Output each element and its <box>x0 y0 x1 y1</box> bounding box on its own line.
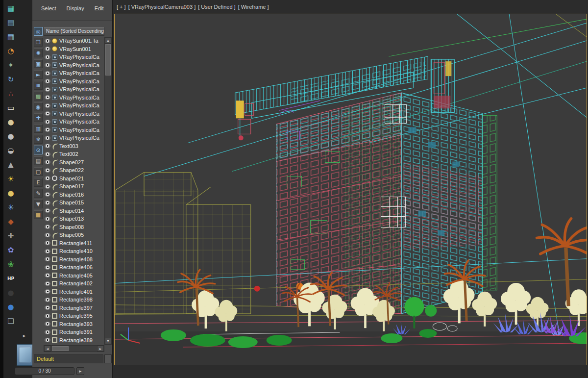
visibility-filter-icon[interactable]: ⊙ <box>34 146 43 154</box>
selection-set-name-field[interactable]: Default <box>34 354 103 363</box>
viewport-menu-pov[interactable]: [ VRayPhysicalCamera003 ] <box>128 4 196 10</box>
horizontal-scrollbar[interactable]: ◄ ► <box>44 345 104 352</box>
scatter-icon[interactable]: ✳ <box>4 200 18 214</box>
list-item[interactable]: Rectangle389 <box>44 336 104 345</box>
list-item[interactable]: Rectangle398 <box>44 296 104 304</box>
gear-icon[interactable]: ✦ <box>4 58 18 72</box>
list-item[interactable]: Rectangle402 <box>44 279 104 288</box>
pen-icon[interactable]: ✎ <box>34 189 43 198</box>
visibility-icon[interactable] <box>45 322 50 326</box>
viewport-menu-shading[interactable]: [ Wireframe ] <box>238 4 269 10</box>
vertical-scrollbar[interactable]: ▲ ▼ <box>104 37 112 345</box>
pin-icon[interactable]: ◆ <box>4 214 18 228</box>
visibility-icon[interactable] <box>45 160 50 164</box>
list-item[interactable]: Rectangle410 <box>44 247 104 255</box>
visibility-icon[interactable] <box>45 71 50 76</box>
visibility-icon[interactable] <box>45 176 50 180</box>
list-item[interactable]: Shape016 <box>44 191 104 199</box>
visibility-icon[interactable] <box>45 330 50 334</box>
list-item[interactable]: VRayPhysicalCa <box>44 110 104 118</box>
rotate-icon[interactable]: ↻ <box>4 72 18 86</box>
viewport-scene[interactable] <box>115 14 587 365</box>
visibility-icon[interactable] <box>45 192 50 197</box>
containers-filter-icon[interactable]: ▥ <box>34 124 43 133</box>
geosphere-icon[interactable]: ● <box>4 186 18 200</box>
visibility-icon[interactable] <box>45 225 50 229</box>
schematic-view-icon[interactable]: ▦ <box>4 1 18 15</box>
grid-page-icon[interactable]: ▤ <box>4 15 18 29</box>
sun-icon[interactable]: ☀ <box>4 172 18 186</box>
list-item[interactable]: Shape021 <box>44 175 104 183</box>
pager-next-button[interactable]: ► <box>76 367 84 375</box>
particles-icon[interactable]: ∴ <box>4 86 18 101</box>
visibility-icon[interactable] <box>45 217 50 221</box>
list-item[interactable]: Shape013 <box>44 215 104 223</box>
visibility-icon[interactable] <box>45 265 50 270</box>
active-tool-button[interactable] <box>17 344 33 366</box>
scroll-right-icon[interactable]: ► <box>97 346 104 352</box>
viewport-canvas[interactable] <box>114 14 587 365</box>
visibility-icon[interactable] <box>45 87 50 92</box>
visibility-icon[interactable] <box>45 39 50 43</box>
list-item[interactable]: Shape022 <box>44 166 104 175</box>
list-item[interactable]: Shape008 <box>44 223 104 231</box>
cameras-filter-icon[interactable]: ▣ <box>34 59 43 68</box>
pointer-filter-icon[interactable]: ► <box>34 70 43 79</box>
document-icon[interactable]: ▤ <box>34 156 43 165</box>
sphere-icon[interactable]: ● <box>4 129 18 143</box>
list-item[interactable]: Shape014 <box>44 207 104 215</box>
list-item[interactable]: VRaySun001.Ta <box>44 37 104 45</box>
visibility-icon[interactable] <box>45 103 50 108</box>
list-item[interactable]: Rectangle408 <box>44 255 104 264</box>
visibility-icon[interactable] <box>45 79 50 83</box>
frozen-filter-icon[interactable]: ❄ <box>34 135 43 144</box>
flyout-arrow-icon[interactable]: ► <box>22 333 26 338</box>
visibility-icon[interactable] <box>45 184 50 189</box>
list-item[interactable]: VRayPhysicalCa <box>44 118 104 126</box>
clock-icon[interactable]: ◔ <box>4 44 18 58</box>
visibility-icon[interactable] <box>45 152 50 156</box>
visibility-icon[interactable] <box>45 63 50 67</box>
plane-icon[interactable]: ▭ <box>4 101 18 115</box>
hp-icon[interactable]: HP <box>4 271 18 285</box>
list-item[interactable]: Rectangle397 <box>44 304 104 312</box>
list-item[interactable]: Shape027 <box>44 158 104 167</box>
box-filter-icon[interactable]: ▢ <box>34 167 43 176</box>
spray-icon[interactable]: ✚ <box>4 228 18 243</box>
scroll-up-icon[interactable]: ▲ <box>105 37 111 44</box>
cone-icon[interactable]: ▲ <box>4 157 18 172</box>
scroll-left-icon[interactable]: ◄ <box>44 346 51 352</box>
lights-filter-icon[interactable]: ✺ <box>34 49 43 57</box>
bones-filter-icon[interactable]: ✚ <box>34 113 43 122</box>
viewport-menu-general[interactable]: [ + ] <box>117 4 126 10</box>
visibility-icon[interactable] <box>45 298 50 302</box>
flower-icon[interactable]: ✿ <box>4 243 18 257</box>
visibility-icon[interactable] <box>45 55 50 59</box>
list-item[interactable]: VRayPhysicalCa <box>44 61 104 70</box>
list-item[interactable]: Rectangle391 <box>44 328 104 336</box>
list-item[interactable]: VRayPhysicalCa <box>44 101 104 110</box>
menu-edit[interactable]: Edit <box>95 5 104 20</box>
list-item[interactable]: Rectangle411 <box>44 239 104 248</box>
space-warps-filter-icon[interactable]: ≋ <box>34 81 43 90</box>
visibility-icon[interactable] <box>45 289 50 294</box>
blue-sphere-icon[interactable]: ● <box>4 300 18 314</box>
funnel-filter-icon[interactable]: ▼ <box>34 200 43 208</box>
geometry-filter-icon[interactable]: ▩ <box>34 92 43 101</box>
list-item[interactable]: VRayPhysicalCa <box>44 53 104 61</box>
e-badge-icon[interactable]: E <box>34 178 43 187</box>
select-all-filter-icon[interactable]: ◎ <box>34 27 43 36</box>
list-item[interactable]: Rectangle405 <box>44 272 104 280</box>
vertical-scroll-thumb[interactable] <box>105 44 111 76</box>
visibility-icon[interactable] <box>45 201 50 205</box>
list-item[interactable]: VRayPhysicalCa <box>44 77 104 86</box>
list-item[interactable]: Shape015 <box>44 199 104 207</box>
scroll-down-icon[interactable]: ▼ <box>105 338 111 344</box>
viewport-menu-user[interactable]: [ User Defined ] <box>198 4 235 10</box>
leaf-icon[interactable]: ❀ <box>4 257 18 271</box>
list-item[interactable]: Rectangle406 <box>44 263 104 272</box>
list-item[interactable]: VRayPhysicalCa <box>44 126 104 134</box>
list-item[interactable]: VRayPhysicalCa <box>44 94 104 102</box>
visibility-icon[interactable] <box>45 168 50 173</box>
visibility-icon[interactable] <box>45 208 50 213</box>
